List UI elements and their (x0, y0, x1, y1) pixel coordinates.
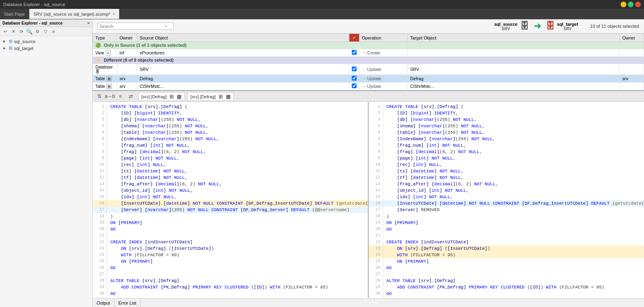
cell-check-vprocedures[interactable] (349, 49, 359, 57)
line-content (383, 232, 386, 239)
line-number: 15 (93, 194, 107, 200)
line-content: [ts] [datetime] NOT NULL, (383, 168, 464, 174)
source-table-icon[interactable]: ⊞ (169, 93, 174, 100)
line-number: 9 (93, 155, 107, 162)
tab-start[interactable]: Start Page (0, 9, 29, 19)
sync-scroll-btn[interactable]: ⇅ (95, 92, 104, 101)
code-line: 25 ON [PRIMARY] (93, 258, 368, 265)
target-grid-icon[interactable]: ▦ (226, 93, 231, 100)
search-clear-btn[interactable]: × (165, 24, 167, 29)
code-line: 2 [ID] [bigint] IDENTITY, (369, 110, 644, 116)
table-row-defrag[interactable]: Table ⊞ srv Defrag →Update Defrag sr (93, 75, 644, 83)
line-number: 12 (93, 174, 107, 181)
left-code-area[interactable]: 1CREATE TABLE [srv].[Defrag] (2 [ID] [bi… (93, 102, 368, 298)
tree-item-sql-target[interactable]: ▶ ⊞ sql_target (0, 45, 92, 52)
tab-srv-close[interactable]: × (113, 12, 115, 16)
cell-owner-defrag: srv (117, 75, 137, 83)
source-db-type: SRV (494, 27, 518, 31)
table-row-database[interactable]: Database 🗄 SRV →Update SRV (93, 64, 644, 75)
line-number: 7 (369, 142, 383, 149)
line-content: [IndexName] [nvarchar](255) NOT NULL, (383, 136, 495, 142)
left-panel: Database Explorer - sql_source × ↩ ✕ ⟳ 🔍… (0, 19, 93, 307)
line-content (107, 271, 110, 278)
code-line: 3 [db] [nvarchar](255) NOT NULL, (369, 116, 644, 123)
code-line: 18) (93, 213, 368, 220)
objects-count: 10 of 11 objects selected (590, 24, 639, 29)
search-input[interactable] (99, 24, 164, 29)
line-number: 24 (93, 252, 107, 258)
target-table-icon[interactable]: ⊞ (219, 93, 223, 100)
tree-label-target: sql_target (14, 46, 33, 51)
cell-check-cls[interactable] (349, 83, 359, 90)
line-number: 16 (93, 200, 107, 207)
tree-item-sql-source[interactable]: ▶ ⊞ sql_source (0, 38, 92, 45)
close-btn[interactable] (635, 2, 641, 7)
toolbar-menu-btn[interactable]: ≡ (50, 28, 57, 35)
comparison-header: × sql_source SRV 🗄 ➜ 🗄 sq (93, 19, 644, 33)
tab-bar: Start Page SRV (sql_source vs sql_target… (0, 9, 644, 19)
swap-btn[interactable]: a↔b (105, 92, 114, 101)
checkbox-db[interactable] (352, 66, 357, 71)
cell-check-defrag[interactable] (349, 75, 359, 83)
line-number: 11 (93, 168, 107, 174)
code-line: 16 [InsertUTCDate] [datetime] NOT NULL C… (93, 200, 368, 207)
line-content: ON [srv].[Defrag] ([InsertUTCDate]) (107, 245, 214, 252)
line-number: 10 (93, 162, 107, 168)
line-number: 12 (369, 174, 383, 181)
error-list-tab[interactable]: Error List (114, 299, 141, 307)
code-line: 31 (369, 297, 644, 298)
toolbar-stop-btn[interactable]: ✕ (10, 28, 17, 35)
code-line: 19ON [PRIMARY] (93, 220, 368, 226)
maximize-btn[interactable] (628, 2, 634, 7)
comparison-area: × sql_source SRV 🗄 ➜ 🗄 sq (93, 19, 644, 91)
comparison-table-container: Type Owner Source Object ✓ Operation Tar… (93, 33, 644, 90)
line-content: [frag_after] [decimal](6, 2) NOT NULL, (107, 181, 222, 187)
toolbar-back-btn[interactable]: ↩ (2, 28, 9, 35)
col-source-object: Source Object (137, 34, 349, 42)
line-content: [frag] [decimal](6, 2) NOT NULL, (383, 149, 482, 155)
line-number: 20 (93, 226, 107, 232)
output-tab[interactable]: Output (93, 299, 114, 307)
line-number: 8 (369, 149, 383, 155)
error-list-tab-label: Error List (118, 301, 136, 305)
line-number: 2 (369, 110, 383, 116)
source-grid-icon[interactable]: ▦ (177, 93, 182, 100)
line-content (107, 297, 110, 298)
right-code-area[interactable]: 1CREATE TABLE [srv].[Defrag] (2 [ID] [bi… (369, 102, 644, 298)
tree-arrow-target: ▶ (3, 46, 7, 50)
toolbar-search-btn[interactable]: 🔍 (26, 28, 33, 35)
minimize-btn[interactable] (621, 2, 626, 7)
checkbox-vprocedures[interactable] (352, 50, 357, 55)
line-content: ADD CONSTRAINT [PK_Defrag] PRIMARY KEY C… (383, 284, 604, 290)
code-line: 26GO (369, 265, 644, 271)
toolbar-filter-btn[interactable]: ▽ (42, 28, 49, 35)
checkbox-cls[interactable] (352, 83, 357, 88)
toolbar-settings-btn[interactable]: ⚙ (34, 28, 41, 35)
next-diff-btn[interactable]: ⇄ (126, 92, 135, 101)
target-db-type: SRV (557, 27, 578, 31)
cell-check-db[interactable] (349, 64, 359, 75)
line-number: 6 (369, 136, 383, 142)
cell-op-create: →Create (359, 49, 408, 57)
code-line: 6 [IndexName] [nvarchar](255) NOT NULL, (93, 136, 368, 142)
line-number: 19 (93, 220, 107, 226)
checkbox-defrag[interactable] (352, 76, 357, 81)
table-row-clshrmstc[interactable]: Table ⊞ srv ClShrMstc... →Update ClShrMs… (93, 83, 644, 90)
line-number: 5 (93, 129, 107, 136)
toolbar-refresh-btn[interactable]: ⟳ (18, 28, 25, 35)
line-content: [InsertUTCDate] [datetime] NOT NULL CONS… (107, 200, 368, 207)
code-line: 28ALTER TABLE [srv].[Defrag] (93, 278, 368, 284)
title-bar: Database Explorer - sql_source (0, 0, 644, 9)
line-number: 21 (93, 232, 107, 239)
line-content: ON [PRIMARY] (383, 258, 429, 265)
col-checkbox-all[interactable]: ✓ (349, 34, 359, 42)
table-row-vprocedures[interactable]: View ≡ inf vProcedures →Create (93, 49, 644, 57)
section-only-label: Only in Source (1 of 1 objects selected) (104, 43, 186, 48)
line-number: 26 (369, 265, 383, 271)
view-mode-btn[interactable]: ≡ (116, 92, 125, 101)
panel-close[interactable]: × (87, 21, 90, 25)
code-line: 12 [tf] [datetime] NOT NULL, (369, 174, 644, 181)
tree-icon-source: ⊞ (9, 39, 12, 44)
tab-srv[interactable]: SRV (sql_source vs sql_target).scomp* × (29, 9, 120, 19)
line-number: 27 (93, 271, 107, 278)
